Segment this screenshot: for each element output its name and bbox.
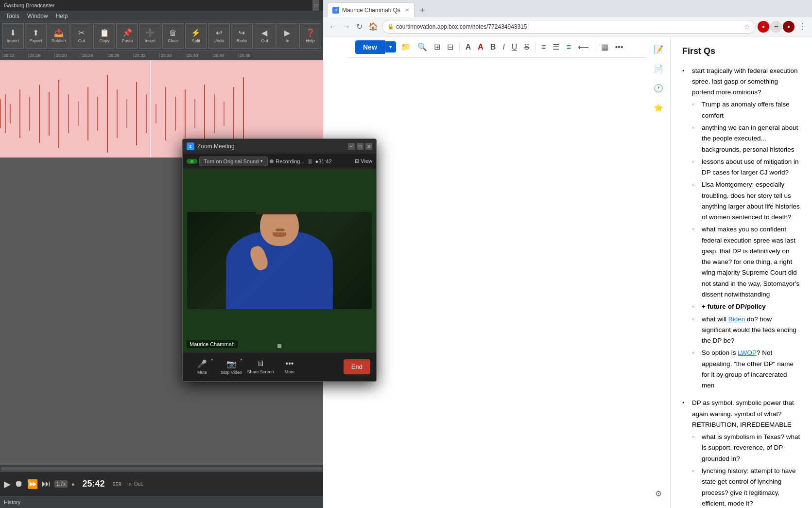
skip-forward-button[interactable]: ⏩ [27, 479, 38, 490]
tab-close-button[interactable]: ✕ [405, 7, 409, 13]
speed-badge: 1.7x [54, 480, 68, 488]
folder-icon[interactable]: 📁 [399, 40, 413, 53]
spacer [682, 392, 800, 396]
zoom-security-badge [187, 159, 197, 164]
svg-rect-9 [78, 102, 79, 126]
help-button[interactable]: ❓ Help [299, 23, 321, 49]
menu-tools[interactable]: Tools [2, 13, 23, 19]
zoom-maximize-button[interactable]: □ [357, 143, 363, 150]
new-button[interactable]: New [355, 40, 385, 54]
turn-on-original-sound-button[interactable]: Turn on Original Sound ▼ [199, 157, 268, 166]
play-button[interactable]: ▶ [4, 479, 11, 490]
list-item: ◦ Trump as anomaly offers false comfort [692, 99, 800, 121]
stop-video-button[interactable]: 📷 Stop Video ▲ [218, 355, 245, 379]
underline-icon[interactable]: U [510, 41, 519, 53]
redo-button[interactable]: ↪ Redo [231, 23, 253, 49]
export-button[interactable]: ⬆ Export [25, 23, 47, 49]
svg-rect-2 [10, 104, 11, 123]
menu-window[interactable]: Window [23, 13, 52, 19]
more-icon: ••• [286, 359, 294, 368]
bookmark-button[interactable]: ☆ [744, 23, 750, 31]
horizontal-scrollbar[interactable] [0, 465, 323, 472]
box-doc-icon[interactable]: 📄 [650, 60, 667, 77]
view-button[interactable]: ⊞ View [355, 158, 372, 164]
extension-icon-1[interactable]: ● [758, 21, 769, 33]
outdent-icon[interactable]: ⟵ [576, 40, 591, 53]
redo-icon: ↪ [239, 28, 245, 37]
list-item: ◦ what makes you so confident federal ex… [692, 224, 800, 300]
browser-tabbar: b Maurice Chammah Qs ✕ + [323, 0, 812, 17]
menu-button[interactable]: ⋮ [796, 20, 808, 33]
link-text[interactable]: LWOP [738, 349, 757, 356]
table-icon[interactable]: ▦ [599, 40, 610, 53]
lock-icon: 🔒 [387, 23, 394, 30]
copy-button[interactable]: 📋 Copy [93, 23, 115, 49]
more-options-button[interactable]: ••• More [276, 355, 303, 379]
box-settings-icon[interactable]: ⚙ [650, 485, 667, 502]
italic-icon[interactable]: I [501, 41, 506, 53]
ordered-list-icon[interactable]: ☰ [551, 40, 561, 53]
in-button[interactable]: ▶ In [276, 23, 298, 49]
link-text[interactable]: Biden [728, 315, 745, 323]
more-format-icon[interactable]: ••• [613, 41, 625, 53]
paste-icon: 📌 [122, 28, 132, 37]
maximize-button[interactable]: □ [312, 2, 319, 9]
zoom-minimize-button[interactable]: − [348, 143, 355, 150]
zoom-close-button[interactable]: ✕ [365, 143, 372, 150]
menu-help[interactable]: Help [52, 13, 72, 19]
forward-button[interactable]: → [341, 20, 352, 33]
active-tab[interactable]: b Maurice Chammah Qs ✕ [327, 2, 415, 17]
new-tab-button[interactable]: + [415, 3, 429, 17]
bullet-circle: ◦ [692, 314, 699, 347]
unordered-list-icon[interactable]: ≡ [539, 41, 548, 53]
list-item-text: what is symbolism in Texas? what is supp… [702, 432, 800, 464]
paste-button[interactable]: 📌 Paste [116, 23, 138, 49]
list-item-text: what makes you so confident federal exec… [702, 224, 800, 300]
address-bar[interactable]: 🔒 courtinnovation.app.box.com/notes/7724… [382, 20, 756, 34]
split-view-icon[interactable]: ⊞ [432, 40, 442, 53]
svg-rect-17 [155, 104, 156, 123]
extension-icon-3[interactable]: ● [783, 21, 795, 33]
clear-button[interactable]: 🗑 Clear [162, 23, 184, 49]
expand-arrow-icon-video: ▲ [240, 357, 243, 361]
svg-rect-6 [49, 92, 50, 136]
import-button[interactable]: ⬇ Import [2, 23, 24, 49]
help-icon: ❓ [306, 28, 315, 37]
scrollbar-thumb[interactable] [1, 467, 322, 471]
back-button[interactable]: ← [327, 20, 339, 33]
strikethrough-icon[interactable]: S [522, 41, 531, 53]
note-content-area: First Qs • start tragically with federal… [671, 36, 812, 508]
box-starred-icon[interactable]: ⭐ [650, 99, 667, 116]
publish-button[interactable]: 📤 Publish [48, 23, 69, 49]
reload-button[interactable]: ↻ [354, 20, 364, 33]
split-button[interactable]: ⚡ Split [185, 23, 207, 49]
bold-icon[interactable]: B [488, 41, 498, 53]
share-screen-button[interactable]: 🖥 Share Screen [247, 355, 274, 379]
font-color-icon[interactable]: A [476, 41, 485, 53]
broadcaster-title: Gasburg Broadcaster [4, 2, 55, 8]
cut-button[interactable]: ✂ Cut [70, 23, 92, 49]
broadcaster-toolbar: ⬇ Import ⬆ Export 📤 Publish ✂ Cut 📋 Copy… [0, 21, 323, 51]
insert-button[interactable]: ➕ Insert [139, 23, 161, 49]
publish-icon: 📤 [54, 28, 64, 37]
home-button[interactable]: 🏠 [366, 20, 380, 33]
indent-icon[interactable]: ≡ [564, 41, 572, 53]
undo-button[interactable]: ↩ Undo [208, 23, 230, 49]
out-button[interactable]: ◀ Out [254, 23, 276, 49]
skip-end-button[interactable]: ⏭ [42, 479, 51, 489]
new-dropdown-button[interactable]: ▼ [385, 41, 396, 53]
svg-rect-25 [233, 87, 234, 140]
list-item-text: Trump as anomaly offers false comfort [702, 99, 800, 121]
box-history-icon[interactable]: 🕐 [650, 79, 667, 97]
present-icon[interactable]: ⊟ [445, 40, 455, 53]
end-meeting-button[interactable]: End [344, 359, 370, 374]
stop-button[interactable]: ⏺ [15, 479, 23, 489]
search-icon[interactable]: 🔍 [415, 40, 429, 53]
expand-arrow-icon: ▲ [210, 357, 214, 361]
extension-icon-2[interactable]: ☰ [770, 21, 782, 33]
svg-rect-8 [68, 94, 69, 133]
mute-audio-button[interactable]: 🎤 Mute ▲ [189, 355, 216, 379]
undo-icon: ↩ [216, 28, 222, 37]
font-size-icon[interactable]: A [464, 41, 473, 53]
box-notes-icon[interactable]: 📝 [650, 40, 667, 58]
